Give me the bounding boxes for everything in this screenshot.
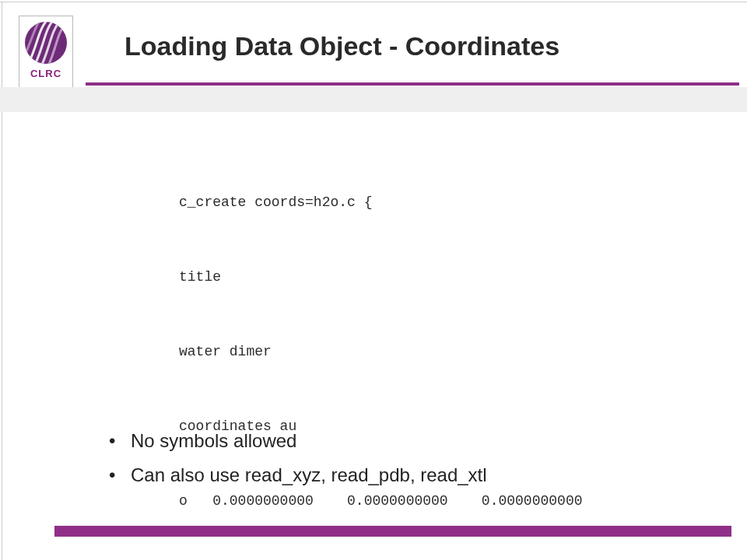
- code-block: c_create coords=h2o.c { title water dime…: [179, 140, 582, 560]
- hairline-top: [0, 2, 747, 2]
- bullet-text: Can also use read_xyz, read_pdb, read_xt…: [131, 458, 487, 492]
- header-grey-strip: [0, 87, 747, 112]
- code-line: title: [179, 264, 582, 289]
- slide: CLRC Loading Data Object - Coordinates c…: [0, 0, 747, 560]
- header-rule: [86, 82, 739, 86]
- footer-bar: [54, 526, 731, 537]
- bullet-text: No symbols allowed: [131, 424, 296, 458]
- logo-swirl-icon: [24, 21, 68, 65]
- bullet-dot-icon: •: [109, 458, 131, 492]
- bullet-item: • No symbols allowed: [109, 424, 487, 458]
- code-line: water dimer: [179, 339, 582, 364]
- logo-text: CLRC: [24, 68, 68, 79]
- logo: CLRC: [19, 16, 73, 90]
- bullet-dot-icon: •: [109, 424, 131, 458]
- code-line: c_create coords=h2o.c {: [179, 190, 582, 215]
- slide-title: Loading Data Object - Coordinates: [124, 31, 559, 61]
- bullet-item: • Can also use read_xyz, read_pdb, read_…: [109, 458, 487, 492]
- bullet-list: • No symbols allowed • Can also use read…: [109, 424, 487, 492]
- hairline-left: [2, 2, 2, 560]
